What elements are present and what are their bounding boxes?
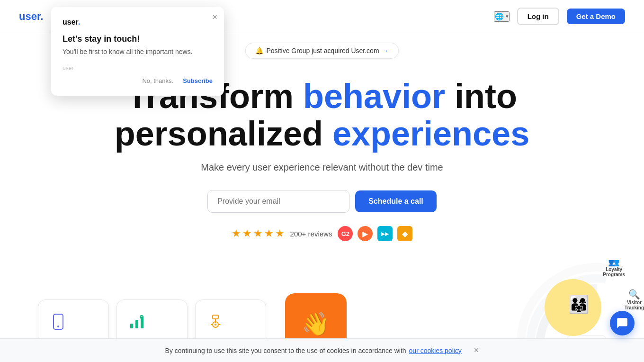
- svg-rect-3: [135, 320, 138, 328]
- popup-actions: No, thanks. Subscribe: [63, 77, 213, 84]
- data-icon: 01: [128, 313, 176, 332]
- kendo-logo: ▶▶: [377, 226, 393, 241]
- cookie-policy-link[interactable]: our cookies policy: [409, 347, 462, 354]
- globe-chevron-icon: ▾: [506, 13, 509, 19]
- loyalty-text: LoyaltyPrograms: [603, 267, 625, 277]
- loyalty-label: 👥 LoyaltyPrograms: [603, 260, 625, 277]
- activecampaign-logo: ▶: [358, 226, 373, 241]
- visitor-tracking-text: VisitorTracking: [625, 300, 644, 310]
- navbar-right: 🌐 ▾ Log in Get a Demo: [494, 8, 625, 25]
- hero-subtitle: Make every user experience relevant with…: [19, 162, 625, 173]
- star-3: ★: [253, 227, 263, 240]
- globe-button[interactable]: 🌐 ▾: [494, 11, 510, 22]
- svg-point-1: [57, 326, 59, 327]
- visitor-tracking-label: 🔍 VisitorTracking: [625, 289, 644, 310]
- popup-logo-dot: .: [78, 18, 80, 26]
- source-logo: ◆: [397, 226, 412, 241]
- visitor-tracking-icon: 🔍: [625, 289, 644, 300]
- hero-line2-blue: experiences: [332, 115, 529, 153]
- star-rating: ★ ★ ★ ★ ★: [232, 227, 285, 240]
- popup-logo-text: user.: [63, 18, 80, 27]
- globe-icon: 🌐: [495, 12, 504, 21]
- announcement-arrow-icon: →: [382, 47, 389, 54]
- star-2: ★: [242, 227, 252, 240]
- g2-logo: G2: [338, 226, 353, 241]
- mobile-icon: [50, 313, 97, 332]
- svg-text:01: 01: [140, 315, 143, 318]
- popup-bottom-logo: user.: [63, 65, 213, 72]
- get-demo-button[interactable]: Get a Demo: [567, 9, 625, 24]
- email-input[interactable]: [207, 190, 349, 213]
- integrations-icon: [207, 313, 254, 332]
- popup-title: Let's stay in touch!: [63, 34, 213, 44]
- review-count: 200+ reviews: [290, 230, 332, 238]
- announcement-emoji: 🔔: [255, 47, 263, 54]
- hero-line2-start: personalized: [115, 115, 332, 153]
- popup-body: You'll be first to know all the importan…: [63, 48, 213, 55]
- star-4: ★: [264, 227, 274, 240]
- wave-icon: 👋: [302, 311, 330, 337]
- cta-row: Schedule a call: [19, 190, 625, 213]
- announcement-text: Positive Group just acquired User.com: [266, 47, 379, 54]
- hero-line1-end: into: [445, 77, 517, 115]
- popup-close-button[interactable]: ×: [212, 12, 217, 22]
- svg-text:👨‍👩‍👧: 👨‍👩‍👧: [568, 294, 590, 315]
- chat-icon: [616, 317, 628, 329]
- svg-rect-7: [213, 315, 218, 319]
- svg-point-10: [215, 324, 216, 326]
- logo[interactable]: user.: [19, 10, 43, 23]
- svg-rect-2: [130, 324, 133, 328]
- cookie-close-button[interactable]: ×: [474, 345, 479, 355]
- review-logos: G2 ▶ ▶▶ ◆: [338, 226, 412, 241]
- loyalty-icon: 👥: [603, 260, 625, 267]
- cookie-text: By continuing to use this site you conse…: [165, 347, 406, 354]
- newsletter-popup: × user. Let's stay in touch! You'll be f…: [51, 7, 224, 96]
- hero-line1-blue: behavior: [303, 77, 445, 115]
- star-5: ★: [275, 227, 285, 240]
- schedule-call-button[interactable]: Schedule a call: [355, 190, 437, 212]
- star-1: ★: [232, 227, 241, 240]
- hero-line2: personalized experiences: [115, 115, 529, 153]
- logo-text: user.: [19, 10, 43, 22]
- popup-subscribe-button[interactable]: Subscribe: [183, 77, 213, 84]
- popup-logo: user.: [63, 18, 213, 27]
- chat-bubble-button[interactable]: [610, 311, 635, 335]
- login-button[interactable]: Log in: [517, 8, 559, 25]
- cookie-bar: By continuing to use this site you conse…: [0, 338, 644, 362]
- reviews-row: ★ ★ ★ ★ ★ 200+ reviews G2 ▶ ▶▶ ◆: [19, 226, 625, 241]
- announcement-pill[interactable]: 🔔 Positive Group just acquired User.com …: [245, 43, 398, 59]
- popup-dismiss-button[interactable]: No, thanks.: [142, 77, 173, 84]
